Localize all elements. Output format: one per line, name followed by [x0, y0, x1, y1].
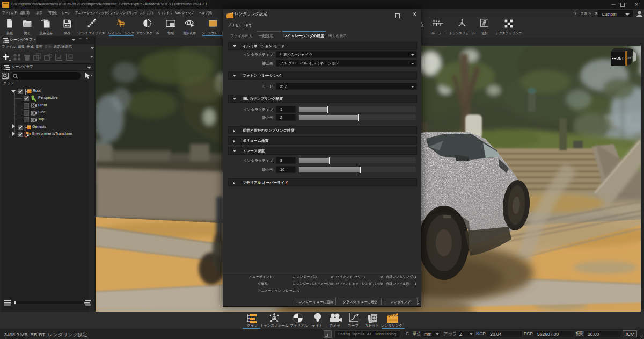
- svg-text:FRONT: FRONT: [612, 56, 624, 60]
- svg-text:0 1 2: 0 1 2: [433, 19, 440, 23]
- svg-text:LEFT: LEFT: [627, 56, 633, 60]
